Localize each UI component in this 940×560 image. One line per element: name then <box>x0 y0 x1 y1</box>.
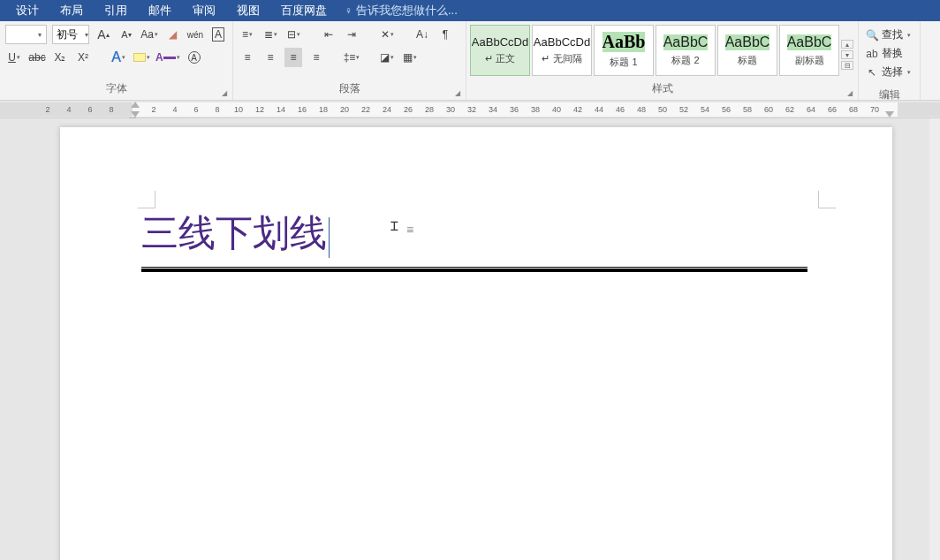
chevron-down-icon: ▾ <box>177 54 180 61</box>
menu-mailings[interactable]: 邮件 <box>138 0 182 21</box>
subscript-button[interactable]: X₂ <box>51 48 69 67</box>
replace-button[interactable]: ab替换 <box>860 45 918 62</box>
shading-button[interactable]: ◪▾ <box>378 48 396 67</box>
strikethrough-button[interactable]: abc <box>28 48 46 67</box>
margin-corner-tr <box>818 191 836 208</box>
group-editing: 🔍查找▾ ab替换 ↖选择▾ 编辑 <box>859 21 921 100</box>
right-indent-marker[interactable] <box>885 111 894 117</box>
style-title[interactable]: AaBbC 标题 <box>717 25 777 76</box>
menu-baidu[interactable]: 百度网盘 <box>270 0 337 21</box>
highlight-button[interactable]: ▾ <box>133 48 150 67</box>
font-name-select[interactable]: ▾ <box>5 25 47 44</box>
tell-me-placeholder: 告诉我您想做什么... <box>356 3 458 19</box>
change-case-button[interactable]: Aa▾ <box>140 25 158 44</box>
styles-gallery: AaBbCcDd ↵ 正文 AaBbCcDd ↵ 无间隔 AaBb 标题 1 A… <box>466 21 858 76</box>
chevron-down-icon: ▾ <box>122 54 125 61</box>
tell-me[interactable]: ♀ 告诉我您想做什么... <box>345 3 458 19</box>
ribbon: ▾ 初号▾ A▴ A▾ Aa▾ ◢ wén A U▾ abc X₂ X² A▾ … <box>0 21 940 101</box>
page[interactable]: 三线下划线 Ꮖ ≡ <box>60 127 892 560</box>
paragraph-mark-icon: ≡ <box>406 223 413 237</box>
show-marks-button[interactable]: ¶ <box>436 25 454 44</box>
style-nospacing[interactable]: AaBbCcDd ↵ 无间隔 <box>532 25 592 76</box>
align-left-icon: ≡ <box>244 51 250 64</box>
text-cursor <box>329 217 330 258</box>
eraser-icon: ◢ <box>169 28 177 41</box>
align-distribute-icon: ≡ <box>313 51 319 64</box>
margin-corner-tl <box>138 191 155 208</box>
group-label-paragraph: 段落◢ <box>233 79 466 100</box>
sort-icon: A↓ <box>416 28 428 41</box>
chevron-down-icon: ▾ <box>17 54 20 61</box>
find-button[interactable]: 🔍查找▾ <box>860 26 918 43</box>
line-spacing-button[interactable]: ‡≡▾ <box>343 48 360 67</box>
text-direction-button[interactable]: ✕▾ <box>378 25 396 44</box>
menu-design[interactable]: 设计 <box>5 0 49 21</box>
menu-layout[interactable]: 布局 <box>49 0 94 21</box>
replace-icon: ab <box>866 48 878 60</box>
pilcrow-icon: ¶ <box>443 28 448 41</box>
decrease-indent-button[interactable]: ⇤ <box>320 25 337 44</box>
align-distribute-button[interactable]: ≡ <box>307 48 325 67</box>
multilevel-icon: ⊟ <box>287 28 296 41</box>
align-center-icon: ≡ <box>267 51 273 64</box>
group-label-styles: 样式◢ <box>466 79 858 100</box>
font-color-button[interactable]: A▾ <box>155 48 180 67</box>
grow-font-button[interactable]: A▴ <box>95 25 112 44</box>
menu-bar: 设计 布局 引用 邮件 审阅 视图 百度网盘 ♀ 告诉我您想做什么... <box>0 0 940 21</box>
more-icon: ⊟ <box>841 61 853 70</box>
style-heading2[interactable]: AaBbC 标题 2 <box>656 25 716 76</box>
align-center-button[interactable]: ≡ <box>262 48 279 67</box>
underline-button[interactable]: U▾ <box>5 48 23 67</box>
multilevel-button[interactable]: ⊟▾ <box>284 25 302 44</box>
group-styles: AaBbCcDd ↵ 正文 AaBbCcDd ↵ 无间隔 AaBb 标题 1 A… <box>466 21 859 100</box>
document-area[interactable]: 三线下划线 Ꮖ ≡ <box>0 118 940 560</box>
bullets-icon: ≡ <box>242 28 248 41</box>
menu-review[interactable]: 审阅 <box>182 0 226 21</box>
superscript-button[interactable]: X² <box>74 48 92 67</box>
document-text[interactable]: 三线下划线 <box>141 208 330 258</box>
first-line-indent-marker[interactable] <box>131 102 140 108</box>
shrink-font-button[interactable]: A▾ <box>118 25 135 44</box>
highlight-icon <box>133 53 146 62</box>
horizontal-ruler[interactable]: 8642246810121416182022242628303234363840… <box>0 101 940 118</box>
increase-indent-button[interactable]: ⇥ <box>343 25 360 44</box>
bullets-button[interactable]: ≡▾ <box>239 25 256 44</box>
indent-icon: ⇥ <box>347 28 356 41</box>
dialog-launcher-icon[interactable]: ◢ <box>847 89 853 97</box>
chevron-down-icon: ▾ <box>147 54 150 61</box>
vertical-scrollbar[interactable] <box>929 118 940 560</box>
triple-underline <box>141 267 807 272</box>
group-paragraph: ≡▾ ≣▾ ⊟▾ ⇤ ⇥ ✕▾ A↓ ¶ ≡ ≡ ≡ ≡ ‡≡▾ ◪▾ <box>233 21 466 100</box>
dialog-launcher-icon[interactable]: ◢ <box>222 89 227 97</box>
chevron-down-icon: ▾ <box>841 50 853 59</box>
ibeam-cursor-icon: Ꮖ <box>390 219 398 234</box>
clear-formatting-button[interactable]: ◢ <box>163 25 181 44</box>
hanging-indent-marker[interactable] <box>131 111 140 117</box>
select-button[interactable]: ↖选择▾ <box>860 64 918 80</box>
menu-view[interactable]: 视图 <box>226 0 270 21</box>
align-left-button[interactable]: ≡ <box>239 48 256 67</box>
dialog-launcher-icon[interactable]: ◢ <box>455 89 460 97</box>
outdent-icon: ⇤ <box>324 28 333 41</box>
numbering-icon: ≣ <box>264 28 273 41</box>
text-effects-button[interactable]: A▾ <box>110 48 127 67</box>
styles-more-button[interactable]: ▴ ▾ ⊟ <box>841 25 853 76</box>
font-size-select[interactable]: 初号▾ <box>52 25 89 44</box>
character-border-button[interactable]: A <box>209 25 227 44</box>
numbering-button[interactable]: ≣▾ <box>262 25 279 44</box>
paint-bucket-icon: ◪ <box>380 51 390 64</box>
cursor-icon: ↖ <box>866 66 878 79</box>
borders-icon: ▦ <box>403 51 413 64</box>
phonetic-guide-button[interactable]: wén <box>186 25 204 44</box>
style-normal[interactable]: AaBbCcDd ↵ 正文 <box>470 25 530 76</box>
align-justify-button[interactable]: ≡ <box>284 48 302 67</box>
menu-references[interactable]: 引用 <box>94 0 138 21</box>
enclosed-char-button[interactable]: A <box>186 48 203 67</box>
style-heading1[interactable]: AaBb 标题 1 <box>594 25 654 76</box>
group-font: ▾ 初号▾ A▴ A▾ Aa▾ ◢ wén A U▾ abc X₂ X² A▾ … <box>0 21 233 100</box>
style-subtitle[interactable]: AaBbC 副标题 <box>779 25 839 76</box>
borders-button[interactable]: ▦▾ <box>401 48 419 67</box>
chevron-down-icon: ▾ <box>155 31 158 38</box>
line-spacing-icon: ‡≡ <box>344 51 356 64</box>
sort-button[interactable]: A↓ <box>413 25 431 44</box>
